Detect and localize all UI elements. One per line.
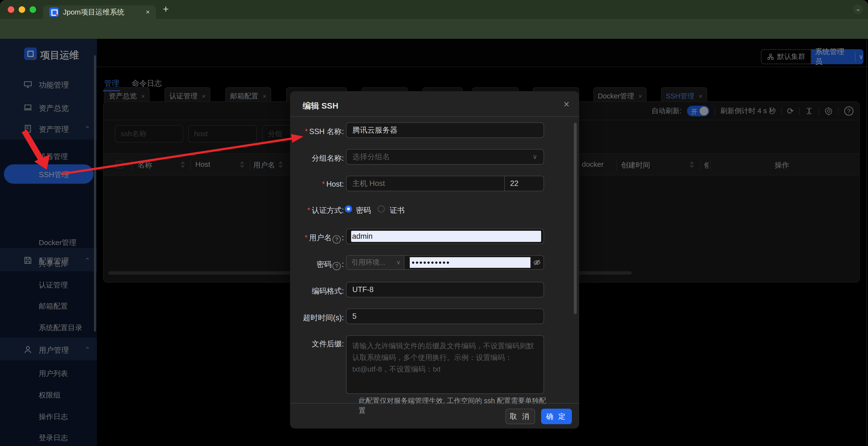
- timeout-label: 超时时间(s): [303, 314, 342, 322]
- cancel-button[interactable]: 取 消: [505, 409, 535, 424]
- env-ref-select[interactable]: 引用环境... ∨: [346, 256, 404, 269]
- ssh-name-label: SSH 名称: [309, 127, 342, 136]
- auth-password-radio-selected[interactable]: [345, 205, 352, 213]
- auth-cert-label[interactable]: 证书: [390, 205, 405, 215]
- username-input[interactable]: [351, 231, 541, 242]
- host-label: Host: [327, 180, 342, 188]
- password-label: 密码: [316, 260, 332, 269]
- browser-toolbar: ← → ⟳ ⓘ http://127.0.0.1:2122/#/system/a…: [0, 19, 868, 39]
- modal-title: 编辑 SSH: [303, 100, 338, 112]
- new-tab-button[interactable]: +: [163, 3, 169, 15]
- jpom-favicon: [50, 7, 59, 17]
- group-select[interactable]: 选择分组名: [346, 149, 544, 165]
- group-label: 分组名称: [312, 154, 342, 162]
- modal-scrollbar[interactable]: [574, 123, 577, 314]
- auth-label: 认证方式: [312, 206, 342, 214]
- host-input[interactable]: [346, 176, 504, 191]
- browser-tab-title: Jpom项目运维系统: [63, 7, 146, 17]
- username-input-wrap: [346, 229, 544, 244]
- app-root: Jpom项目运维系统 × + ⌄ ← → ⟳ ⓘ http://127.0.0.…: [0, 0, 868, 446]
- zoom-window-button[interactable]: [30, 6, 36, 13]
- ssh-name-input[interactable]: [346, 122, 544, 138]
- edit-ssh-modal: 编辑 SSH × *SSH 名称: 分组名称: 选择分组名 ∨ *Host: *…: [290, 91, 579, 428]
- file-suffix-label: 文件后缀: [312, 339, 342, 348]
- ok-button[interactable]: 确 定: [541, 409, 572, 424]
- charset-label: 编码格式: [312, 287, 342, 295]
- file-suffix-textarea[interactable]: [346, 335, 544, 394]
- close-icon[interactable]: ×: [563, 98, 569, 110]
- help-circle-icon: ?: [333, 262, 341, 270]
- timeout-input[interactable]: [346, 308, 544, 324]
- close-tab-icon[interactable]: ×: [146, 8, 150, 16]
- browser-titlebar: Jpom项目运维系统 × + ⌄: [0, 0, 868, 19]
- chevron-down-icon: ∨: [532, 153, 537, 161]
- browser-tab[interactable]: Jpom项目运维系统 ×: [43, 5, 156, 19]
- password-input[interactable]: ••••••••••: [410, 257, 530, 268]
- username-label: 用户名: [309, 233, 332, 242]
- eye-invisible-icon[interactable]: [530, 256, 544, 269]
- help-circle-icon: ?: [333, 235, 341, 244]
- titlebar-chevron-button[interactable]: ⌄: [853, 4, 863, 14]
- chevron-down-icon: ∨: [396, 259, 401, 266]
- auth-password-label[interactable]: 密码: [356, 205, 371, 215]
- password-group: 引用环境... ∨ ••••••••••: [346, 255, 544, 270]
- close-window-button[interactable]: [8, 6, 14, 13]
- charset-input[interactable]: [346, 282, 544, 297]
- auth-cert-radio[interactable]: [377, 205, 385, 213]
- host-input-group: [346, 176, 544, 191]
- ssh-port-input[interactable]: [504, 176, 544, 191]
- minimize-window-button[interactable]: [19, 6, 25, 13]
